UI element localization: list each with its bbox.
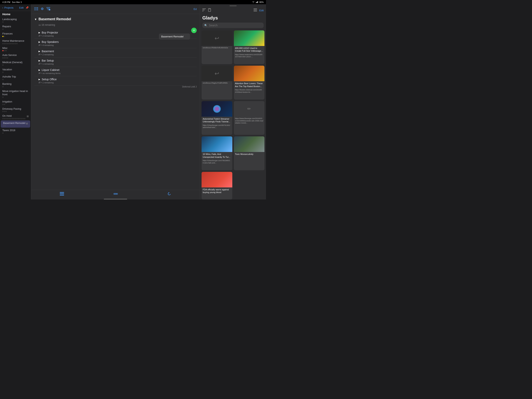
task-expand-icon[interactable]: ▶ — [38, 78, 40, 81]
task-expand-icon[interactable]: ▶ — [38, 69, 40, 71]
clip-card-2[interactable]: ↩ omnifocus:///tag/eJ7OdRV8REb — [202, 66, 232, 99]
clip-card-7[interactable]: Toxic Mooseculinity — [234, 136, 265, 170]
sort-icon[interactable]: + — [46, 7, 50, 11]
add-content-icon[interactable] — [114, 192, 118, 197]
task-item-basement[interactable]: ▶ Basement ⇄ • 2 remaining — [34, 48, 197, 58]
svg-rect-17 — [60, 192, 64, 193]
content-area: + Ed ▼ Basement Remodel 🗂 16 remaining ▶… — [31, 4, 200, 200]
add-task-button[interactable]: + — [191, 28, 197, 33]
sidebar-toggle-icon[interactable] — [34, 7, 38, 11]
clipboard-icon[interactable] — [208, 8, 211, 13]
header-icons: + — [34, 7, 50, 11]
sidebar-item-basement-remodel[interactable]: Basement Remodel ▤ — [1, 120, 30, 128]
task-count: 2 remaining — [43, 53, 54, 56]
status-bar: 4:28 PM Sun Mar 3 80% — [0, 0, 266, 4]
search-bar[interactable]: 🔍 — [202, 23, 264, 28]
svg-point-20 — [114, 193, 115, 194]
sidebar-title: Home — [0, 11, 31, 17]
sidebar-item-irrigation[interactable]: Irrigation — [0, 99, 31, 106]
clip-title: 10 Wins, Fails, And Unexpected Insanity … — [202, 152, 232, 159]
task-name: Basement — [42, 50, 54, 53]
clips-grid: ↩ omnifocus:///folder/mifU95K9IZw 400,00… — [200, 30, 266, 200]
clip-card-4[interactable]: Astonished Twitch Streamer Unknowingly F… — [202, 101, 232, 135]
task-expand-icon[interactable]: ▶ — [38, 50, 40, 53]
pin-icon[interactable]: 📌 — [25, 6, 29, 9]
item-label: Repairs — [2, 25, 29, 28]
svg-rect-19 — [60, 195, 64, 195]
clip-url: https://cheezburger.com/7802885/10-wins-… — [202, 159, 232, 165]
sidebar-item-driveway[interactable]: Driveway Paving — [0, 106, 31, 113]
list-view-icon[interactable] — [253, 9, 257, 12]
svg-rect-23 — [202, 9, 206, 9]
task-meta: ⇄ • 1 remaining — [38, 81, 197, 84]
back-button[interactable]: ‹ Projects — [2, 6, 13, 9]
edit-button[interactable]: Edit — [19, 6, 24, 9]
clip-card-6[interactable]: 10 Wins, Fails, And Unexpected Insanity … — [202, 136, 232, 170]
sidebar-items: Landscaping Repairs Finances Home Mainte… — [0, 17, 31, 200]
sidebar-item-home-maintenance[interactable]: Home Maintenance — [0, 38, 31, 45]
search-input[interactable] — [209, 24, 262, 27]
task-name: Bar Setup — [42, 59, 54, 62]
date: Sun Mar 3 — [12, 1, 22, 3]
sidebar-item-vacation[interactable]: Vacation — [0, 67, 31, 74]
filter-icon[interactable] — [202, 9, 206, 12]
sidebar-item-medical[interactable]: Medical (General) — [0, 60, 31, 67]
perspectives-icon[interactable] — [60, 192, 64, 197]
panel-edit-button[interactable]: Edit — [259, 9, 264, 12]
clip-card-1[interactable]: 400,000 LEGO Used to Create Full-Size Vo… — [234, 30, 265, 64]
sidebar-item-auto-service[interactable]: Auto Service — [0, 52, 31, 60]
sidebar-item-finances[interactable]: Finances — [0, 31, 31, 38]
task-expand-icon[interactable]: ▶ — [38, 41, 40, 43]
edit-view-icon[interactable]: Ed — [194, 8, 197, 11]
sidebar-item-move-irrigation[interactable]: Move irrigation head in front — [0, 89, 31, 99]
clip-card-0[interactable]: ↩ omnifocus:///folder/mifU95K9IZw — [202, 30, 232, 64]
clip-card-5[interactable]: ✏ https://www.theverge.com/2019/2/21/182… — [234, 101, 265, 135]
sidebar-item-repairs[interactable]: Repairs — [0, 24, 31, 31]
sidebar-item-misc[interactable]: Misc — [0, 45, 31, 53]
sidebar-item-banking[interactable]: Banking — [0, 81, 31, 89]
clip-card-8[interactable]: FDA officially warns against buying youn… — [202, 172, 232, 200]
item-label: Driveway Paving — [2, 107, 29, 111]
svg-rect-27 — [209, 8, 210, 9]
projects-link[interactable]: Projects — [4, 6, 13, 9]
status-right: 80% — [252, 1, 264, 3]
task-item-buy-speakers[interactable]: ▶ Buy Speakers ⇄ • 4 remaining — [34, 39, 197, 48]
clip-url: https://www.theverge.com/2019/2/21/18234… — [234, 117, 265, 125]
main-layout: ‹ Projects Edit 📌 Home Landscaping Repai… — [0, 4, 266, 200]
item-label: Basement Remodel — [3, 122, 25, 125]
svg-text:+: + — [49, 9, 50, 10]
sidebar-item-ashville[interactable]: Ashville Trip — [0, 74, 31, 81]
task-item-liquor-cabinet[interactable]: ▶ Liquor Cabinet ⇄ • no remaining items — [34, 67, 197, 76]
svg-rect-29 — [253, 10, 257, 10]
clip-title: Toxic Mooseculinity — [234, 152, 265, 156]
task-expand-icon[interactable]: ▶ — [38, 59, 40, 62]
reply-icon: ↩ — [215, 70, 219, 77]
deferred-label: Deferred until J — [34, 85, 197, 88]
clip-image — [202, 101, 232, 117]
sidebar-item-taxes[interactable]: Taxes 2018 — [0, 128, 31, 135]
sidebar-item-on-hold[interactable]: On Hold ▤ — [0, 113, 31, 120]
context-menu-item[interactable]: Basement Remodel — [161, 35, 184, 38]
task-item-setup-office[interactable]: ▶ Setup Office ⇄ • 1 remaining — [34, 76, 197, 85]
project-title: Basement Remodel — [38, 17, 71, 21]
view-icon[interactable] — [40, 7, 44, 11]
clip-title: Astonished Twitch Streamer Unknowingly F… — [202, 117, 232, 123]
task-icon: ⇄ • — [38, 34, 42, 37]
panel-right-icons: Edit — [253, 9, 264, 12]
task-icon: ⇄ • — [38, 63, 42, 65]
clip-url: omnifocus:///tag/eJ7OdRV8REb — [202, 81, 232, 85]
sidebar-item-landscaping[interactable]: Landscaping — [0, 17, 31, 24]
undo-icon[interactable] — [167, 192, 171, 197]
task-expand-icon[interactable]: ▶ — [38, 31, 40, 34]
panel-icons — [202, 8, 211, 13]
svg-rect-14 — [48, 10, 49, 10]
task-item-bar-setup[interactable]: ▶ Bar Setup ⇄ • 1 remaining — [34, 58, 197, 67]
task-icon: ⇄ • — [38, 72, 42, 74]
item-label: Auto Service — [2, 54, 29, 57]
svg-rect-25 — [202, 11, 203, 11]
clip-card-3[interactable]: Attention Beer Lovers: These Are The Top… — [234, 66, 265, 99]
collapse-arrow[interactable]: ▼ — [34, 18, 37, 21]
panel-title: Gladys — [200, 14, 266, 23]
task-count: 2 remaining — [43, 35, 54, 37]
remaining-count: 16 remaining — [41, 24, 55, 26]
